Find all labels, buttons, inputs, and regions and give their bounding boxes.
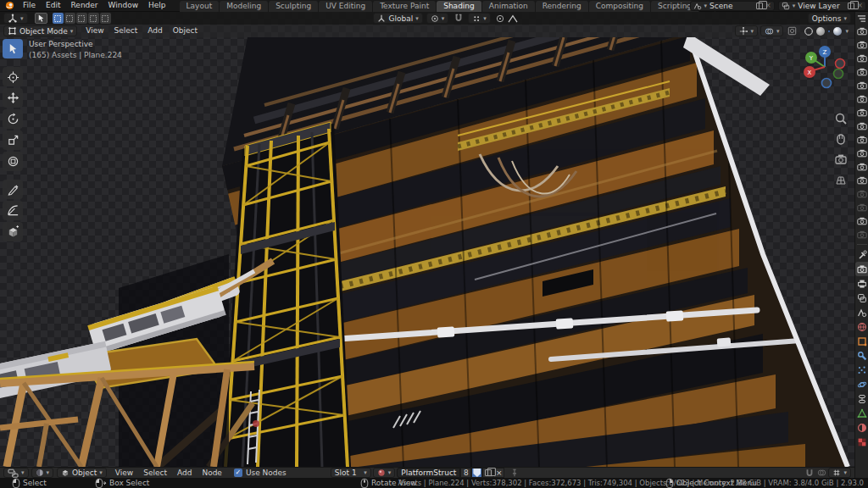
properties-tab-world-icon[interactable]	[855, 319, 868, 334]
node-overlay-icon[interactable]	[815, 468, 828, 479]
navigation-gizmo[interactable]: Z Y X	[802, 44, 848, 90]
render-visibility-toggle-icon[interactable]	[857, 160, 867, 174]
render-visibility-toggle-icon[interactable]	[857, 79, 867, 92]
tab-sculpting[interactable]: Sculpting	[269, 1, 319, 12]
viewport-menu-select[interactable]: Select	[109, 25, 143, 37]
shader-menu-select[interactable]: Select	[138, 468, 172, 478]
zoom-view-icon[interactable]	[834, 112, 848, 125]
shader-menu-add[interactable]: Add	[172, 468, 197, 478]
shader-type-selector[interactable]: ▾	[31, 468, 54, 478]
properties-tab-data-icon[interactable]	[855, 406, 868, 420]
tab-texture-paint[interactable]: Texture Paint	[373, 1, 437, 12]
tab-modeling[interactable]: Modeling	[220, 1, 269, 12]
render-visibility-toggle-icon[interactable]	[857, 147, 867, 160]
overlays-dropdown[interactable]: ▾	[760, 25, 784, 36]
shader-editor-type-selector[interactable]: ▾	[3, 468, 29, 478]
material-slot-dropdown[interactable]: Slot 1▾	[331, 468, 371, 478]
shader-menu-view[interactable]: View	[110, 468, 138, 478]
shader-menu-node[interactable]: Node	[197, 468, 227, 478]
shading-wireframe-icon[interactable]	[804, 27, 813, 36]
render-visibility-toggle-icon[interactable]	[857, 201, 867, 214]
active-tool-icon[interactable]	[35, 13, 47, 24]
properties-tab-material-icon[interactable]	[855, 420, 868, 435]
tab-rendering[interactable]: Rendering	[536, 1, 589, 12]
render-visibility-toggle-icon[interactable]	[857, 133, 867, 147]
tool-measure[interactable]	[3, 201, 23, 220]
render-visibility-toggle-icon[interactable]	[857, 25, 867, 38]
gizmos-dropdown[interactable]: ▾	[735, 25, 758, 36]
render-visibility-toggle-icon[interactable]	[857, 106, 867, 119]
tool-annotate[interactable]	[3, 180, 23, 199]
xray-toggle-icon[interactable]	[786, 25, 798, 36]
render-visibility-toggle-icon[interactable]	[857, 228, 867, 241]
pan-view-icon[interactable]	[834, 132, 848, 146]
properties-tab-object-icon[interactable]	[855, 334, 868, 348]
menu-render[interactable]: Render	[66, 0, 103, 11]
shading-dropdown-arrow[interactable]: ▾	[845, 28, 849, 35]
id-source-selector[interactable]: Object▾	[57, 468, 107, 478]
properties-tab-render-icon[interactable]	[855, 262, 868, 276]
material-users-count[interactable]: 8	[460, 468, 471, 478]
properties-tab-constraints-icon[interactable]	[855, 391, 868, 406]
snap-magnet-icon[interactable]	[452, 13, 465, 24]
properties-tab-texture-icon[interactable]	[855, 435, 868, 449]
select-mode-new[interactable]	[53, 13, 64, 24]
mode-selector[interactable]: Object Mode▾	[3, 25, 77, 36]
tool-rotate[interactable]	[3, 109, 23, 129]
pin-icon[interactable]	[508, 468, 520, 479]
scene-selector[interactable]: ▾ Scene ×	[690, 1, 775, 11]
transform-orientation-dropdown[interactable]: Global▾	[373, 13, 422, 24]
new-scene-icon[interactable]	[756, 3, 763, 9]
fake-user-button[interactable]	[471, 468, 482, 478]
properties-tab-view-layer-icon[interactable]	[855, 291, 868, 305]
tab-uv-editing[interactable]: UV Editing	[319, 1, 373, 12]
viewport-menu-object[interactable]: Object	[168, 25, 203, 37]
viewport-3d[interactable]: ▾ Global▾ ▾ ▾	[0, 12, 854, 467]
use-nodes-checkbox[interactable]: ✓	[234, 469, 242, 477]
camera-view-icon[interactable]	[834, 152, 848, 166]
node-options-dropdown[interactable]: ▾	[828, 468, 851, 478]
new-material-button[interactable]	[482, 468, 493, 478]
outliner-filter-icon[interactable]	[855, 12, 868, 25]
viewport-menu-view[interactable]: View	[81, 25, 108, 37]
render-visibility-toggle-icon[interactable]	[857, 174, 867, 187]
browse-material-dropdown[interactable]: ▾	[373, 468, 396, 478]
properties-tab-tool-icon[interactable]	[855, 247, 868, 262]
viewport-menu-add[interactable]: Add	[142, 25, 167, 37]
properties-tab-particles-icon[interactable]	[855, 363, 868, 377]
options-dropdown[interactable]: Options▾	[808, 13, 851, 24]
render-visibility-toggle-icon[interactable]	[857, 92, 867, 106]
new-view-layer-icon[interactable]	[848, 3, 854, 9]
blender-logo-icon[interactable]	[5, 1, 14, 10]
render-visibility-toggle-icon[interactable]	[857, 65, 867, 79]
select-mode-intersect[interactable]	[100, 13, 111, 24]
view-layer-selector[interactable]: ▾ View Layer ×	[778, 1, 866, 11]
menu-file[interactable]: File	[18, 0, 41, 11]
select-mode-subtract[interactable]	[76, 13, 87, 24]
tab-animation[interactable]: Animation	[482, 1, 536, 12]
material-name-field[interactable]: PlatformStruct	[397, 468, 460, 478]
proportional-falloff-icon[interactable]	[507, 13, 520, 24]
tool-select-box[interactable]	[3, 39, 23, 58]
render-visibility-toggle-icon[interactable]	[857, 119, 867, 133]
tool-add-cube[interactable]	[3, 222, 23, 241]
select-mode-invert[interactable]	[88, 13, 99, 24]
tool-move[interactable]	[3, 88, 23, 108]
menu-edit[interactable]: Edit	[41, 0, 65, 11]
properties-tab-output-icon[interactable]	[855, 276, 868, 291]
tab-layout[interactable]: Layout	[180, 1, 220, 12]
tool-scale[interactable]	[3, 130, 23, 150]
node-snap-magnet-icon[interactable]	[803, 468, 815, 479]
view-layer-name[interactable]: View Layer	[798, 2, 845, 10]
render-visibility-toggle-icon[interactable]	[857, 38, 867, 52]
editor-type-selector[interactable]: ▾	[3, 13, 28, 24]
render-visibility-toggle-icon[interactable]	[857, 187, 867, 201]
shading-solid-icon[interactable]	[816, 27, 825, 36]
shading-material-preview-active[interactable]	[828, 30, 830, 32]
render-visibility-toggle-icon[interactable]	[857, 52, 867, 65]
snap-settings-dropdown[interactable]: ▾	[468, 13, 491, 24]
menu-help[interactable]: Help	[143, 0, 171, 11]
shading-rendered-icon[interactable]	[833, 27, 842, 36]
tool-cursor[interactable]	[3, 67, 23, 86]
render-visibility-toggle-icon[interactable]	[857, 214, 867, 228]
